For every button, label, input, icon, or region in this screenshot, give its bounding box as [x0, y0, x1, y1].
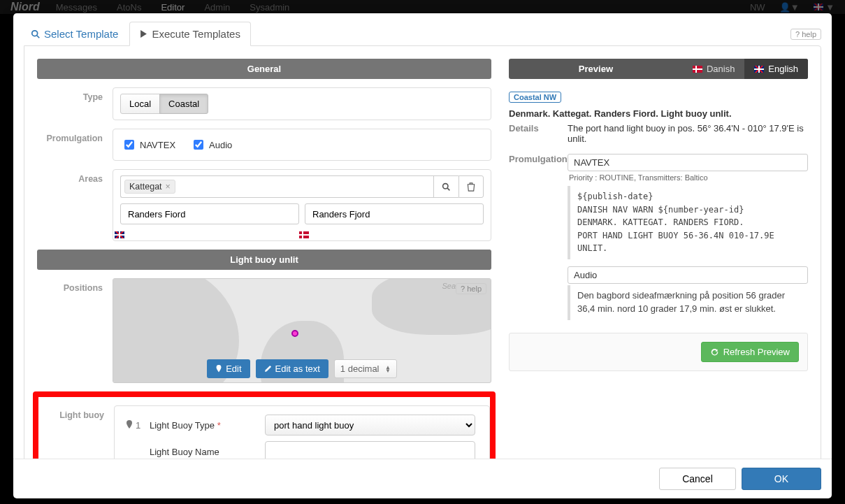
positions-label: Positions	[37, 278, 113, 383]
audio-checkbox-label[interactable]: Audio	[191, 138, 232, 152]
svg-point-0	[32, 30, 38, 36]
select-template-link[interactable]: Select Template	[24, 24, 125, 44]
areas-label: Areas	[37, 169, 113, 241]
gb-flag-icon	[115, 231, 124, 238]
light-buoy-name-label: Light Buoy Name	[150, 447, 265, 457]
cancel-button[interactable]: Cancel	[659, 468, 736, 490]
play-icon	[140, 30, 147, 38]
preview-tab-english[interactable]: English	[744, 59, 808, 79]
sea-label: Sea	[442, 282, 456, 290]
refresh-preview-button[interactable]: Refresh Preview	[701, 342, 799, 362]
map-edit-text-button[interactable]: Edit as text	[256, 359, 328, 378]
navtex-code: ${publish-date} DANISH NAV WARN ${number…	[568, 186, 808, 259]
audio-checkbox[interactable]	[194, 140, 203, 150]
help-button[interactable]: ? help	[790, 29, 821, 40]
light-buoy-label: Light buoy	[38, 405, 114, 459]
pin-icon	[126, 420, 133, 430]
question-icon: ?	[795, 30, 800, 38]
area-tag-kattegat: Kattegat ×	[124, 180, 175, 194]
type-coastal-button[interactable]: Coastal	[159, 94, 208, 114]
decimals-select[interactable]: 1 decimal ▲▼	[334, 359, 397, 378]
search-areas-button[interactable]	[433, 175, 458, 198]
dk-flag-icon	[299, 231, 309, 238]
pin-icon	[215, 365, 222, 373]
area-dk-input[interactable]	[305, 203, 484, 224]
preview-tabs: Preview Danish English	[509, 59, 808, 79]
pencil-icon	[264, 365, 272, 373]
navtex-box: NAVTEX	[568, 154, 808, 171]
template-modal: Select Template Execute Templates ? help	[13, 13, 832, 498]
preview-tab-danish[interactable]: Danish	[683, 59, 744, 79]
preview-tab-title: Preview	[509, 59, 683, 79]
dk-flag-icon	[693, 66, 702, 73]
svg-point-2	[443, 183, 448, 188]
gb-flag-icon	[754, 66, 764, 73]
section-general-header: General	[37, 59, 491, 79]
prev-promulgation-label: Promulgation	[509, 154, 568, 320]
areas-token-input[interactable]: Kattegat ×	[120, 175, 433, 198]
stepper-icon: ▲▼	[385, 366, 391, 373]
section-light-buoy-header: Light buoy unlit	[37, 250, 491, 270]
remove-tag-icon[interactable]: ×	[166, 182, 171, 192]
positions-map[interactable]: Sea ? help Edit	[113, 278, 491, 383]
audio-text: Den bagbord sideafmærkning på position 5…	[568, 285, 808, 320]
light-buoy-highlight: Light buoy 1 Light Buoy Type *	[33, 391, 496, 459]
light-buoy-type-select[interactable]: port hand light buoy	[265, 415, 475, 435]
type-label: Type	[37, 87, 113, 120]
svg-line-1	[37, 35, 40, 38]
tab-execute-templates[interactable]: Execute Templates	[129, 22, 250, 46]
audio-box: Audio	[568, 266, 808, 284]
details-text: The port hand light buoy in pos. 56° 36.…	[568, 123, 808, 144]
type-local-button[interactable]: Local	[120, 94, 160, 114]
promulgation-label: Promulgation	[37, 129, 113, 161]
trash-icon	[467, 182, 475, 192]
map-marker-icon[interactable]	[291, 330, 298, 337]
ok-button[interactable]: OK	[742, 468, 821, 490]
search-icon	[31, 29, 41, 39]
map-edit-button[interactable]: Edit	[207, 359, 250, 378]
preview-title: Denmark. Kattegat. Randers Fiord. Light …	[509, 108, 808, 119]
svg-line-3	[447, 188, 449, 190]
clear-areas-button[interactable]	[458, 175, 484, 198]
details-label: Details	[509, 123, 568, 144]
light-buoy-name-input[interactable]	[265, 441, 475, 459]
navtex-checkbox[interactable]	[124, 140, 134, 150]
navtex-checkbox-label[interactable]: NAVTEX	[122, 138, 175, 152]
priority-line: Priority : ROUTINE, Transmitters: Baltic…	[569, 173, 808, 182]
search-icon	[442, 182, 451, 192]
preview-badge: Coastal NW	[509, 92, 561, 103]
map-help-button[interactable]: ? help	[456, 283, 486, 294]
light-buoy-type-label: Light Buoy Type *	[150, 420, 265, 431]
type-toggle: Local Coastal	[120, 94, 208, 114]
area-en-input[interactable]	[120, 203, 299, 224]
refresh-icon	[710, 347, 719, 357]
